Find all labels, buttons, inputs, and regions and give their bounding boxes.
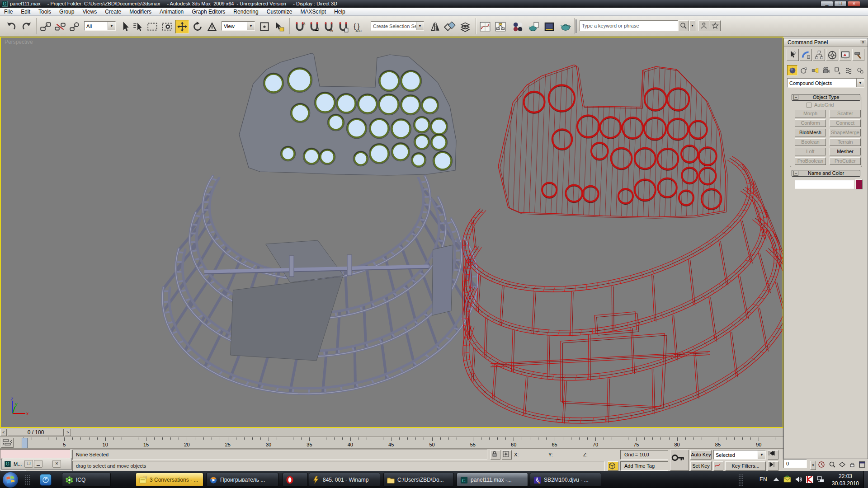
spacewarps-category-icon[interactable] [844,65,854,75]
menu-tools[interactable]: Tools [34,8,55,15]
taskbar-button-sb2m100-djvu-[interactable]: SB2M100.djvu - ... [530,473,601,487]
current-frame-marker[interactable] [22,438,28,448]
add-time-tag[interactable]: Add Time Tag [620,461,668,471]
create-tab[interactable] [787,49,799,61]
search-button[interactable] [678,20,689,31]
motion-tab[interactable] [826,49,838,61]
align-icon[interactable] [443,20,457,33]
taskbar-button-845-001-winamp[interactable]: 845. 001 - Winamp [309,473,380,487]
key-filters-button[interactable]: Key Filters... [725,461,766,471]
frame-number-spinner[interactable]: 0 [783,459,807,468]
object-color-swatch[interactable] [855,179,863,189]
object-type-procutter-button[interactable]: ProCutter [830,157,861,165]
menu-maxscript[interactable]: MAXScript [296,8,330,15]
percent-snap-icon[interactable]: % [322,20,335,33]
menu-rendering[interactable]: Rendering [229,8,262,15]
object-type-boolean-button[interactable]: Boolean [795,138,826,146]
object-type-terrain-button[interactable]: Terrain [830,138,861,146]
redo-icon[interactable] [20,20,33,33]
kaspersky-tray-icon[interactable] [806,475,814,483]
object-type-conform-button[interactable]: Conform [795,119,826,127]
tray-clock[interactable]: 22:0330.03.2010 [828,473,863,487]
name-color-rollout[interactable]: Name and Color– [792,170,860,177]
object-type-proboolean-button[interactable]: ProBoolean [795,157,826,165]
time-slider-prev[interactable]: < [0,429,7,436]
close2-button[interactable]: ✕ [52,460,61,468]
communication-center-icon[interactable] [698,20,709,31]
mini-curve-editor-button[interactable] [1,438,14,448]
selected-filter-dropdown[interactable]: Selected▼ [713,450,766,460]
render-frame-icon[interactable] [542,20,556,33]
selection-filter-dropdown[interactable]: All▼ [84,21,116,31]
menu-group[interactable]: Group [55,8,78,15]
command-panel-close-icon[interactable]: x [860,39,866,45]
search-input[interactable]: Type a keyword or phrase [580,20,678,31]
time-config-icon[interactable] [818,461,827,470]
set-key-button[interactable]: Set Key [690,461,712,471]
reference-coordinate-dropdown[interactable]: View▼ [222,21,255,31]
object-type-shapemerge-button[interactable]: ShapeMerge [830,129,861,136]
material-editor-icon[interactable] [511,20,524,33]
taskbar-button-3-conversations-[interactable]: 3 Conversations - ... [136,473,203,487]
menu-help[interactable]: Help [330,8,349,15]
tray-expand-icon[interactable] [774,478,779,481]
pinned-app-icon[interactable] [40,474,52,486]
named-selection-combo[interactable]: Create Selection Set▼ [371,21,424,31]
network-tray-icon[interactable] [816,475,825,483]
maximize-button[interactable]: ❐ [834,1,847,7]
undo-icon[interactable] [5,20,18,33]
object-type-blobmesh-button[interactable]: BlobMesh [795,129,826,136]
default-tangent-icon[interactable] [713,461,723,471]
schematic-view-icon[interactable] [494,20,507,33]
select-by-name-icon[interactable] [131,20,145,33]
object-name-field[interactable] [795,180,854,189]
menu-edit[interactable]: Edit [17,8,34,15]
menu-modifiers[interactable]: Modifiers [125,8,156,15]
go-to-start-button[interactable] [768,450,778,460]
frame-ruler[interactable]: 051015202530354045505560657075808590 [14,437,783,449]
show-desktop-button[interactable] [863,471,868,488]
menu-views[interactable]: Views [78,8,101,15]
use-pivot-center-icon[interactable] [258,20,271,33]
menu-create[interactable]: Create [101,8,125,15]
volume-tray-icon[interactable] [795,475,803,483]
restore-button[interactable]: ❐ [24,460,33,468]
object-type-morph-button[interactable]: Morph [795,110,826,117]
time-tag-cube-icon[interactable] [608,461,618,471]
object-category-dropdown[interactable]: Compound Objects▼ [787,78,864,88]
time-slider-next[interactable]: > [65,429,71,436]
lights-category-icon[interactable] [810,65,820,75]
menu-animation[interactable]: Animation [156,8,188,15]
zoom-extents-icon[interactable] [839,461,848,470]
geometry-category-icon[interactable] [787,65,797,75]
hierarchy-tab[interactable] [813,49,825,61]
helpers-category-icon[interactable] [832,65,843,75]
minimize2-button[interactable]: ▁ [34,460,42,468]
menu-graph-editors[interactable]: Graph Editors [188,8,229,15]
menu-customize[interactable]: Customize [263,8,297,15]
key-mode-button[interactable] [768,461,778,471]
unlink-selection-icon[interactable] [53,20,67,33]
pan-icon[interactable] [849,461,858,470]
start-button[interactable] [3,472,18,488]
modify-tab[interactable] [800,49,812,61]
minimize-button[interactable]: ▁ [821,1,833,7]
maximize-viewport-icon[interactable] [859,461,868,470]
snaps-toggle-icon[interactable]: 3 [293,20,307,33]
autogrid-checkbox[interactable]: AutoGrid [807,102,834,108]
curve-editor-icon[interactable] [478,20,492,33]
select-manipulate-icon[interactable] [272,20,286,33]
object-type-mesher-button[interactable]: Mesher [830,148,861,155]
angle-snap-icon[interactable] [307,20,321,33]
frame-spinner-dropdown-icon[interactable]: ▼ [810,461,816,470]
taskbar-button-c-users-zbd-do-[interactable]: C:\Users\ZBD\Do... [383,473,454,487]
language-indicator[interactable]: EN [760,476,767,483]
layer-manager-icon[interactable] [458,20,472,33]
taskbar-button-icq[interactable]: ICQ [62,473,111,487]
mirror-icon[interactable] [429,20,442,33]
select-move-icon[interactable] [175,20,189,33]
render-setup-icon[interactable] [527,20,541,33]
time-slider-handle[interactable]: 0 / 100 [8,429,64,436]
mail-tray-icon[interactable] [783,475,792,483]
close-button[interactable]: ✕ [848,1,860,7]
